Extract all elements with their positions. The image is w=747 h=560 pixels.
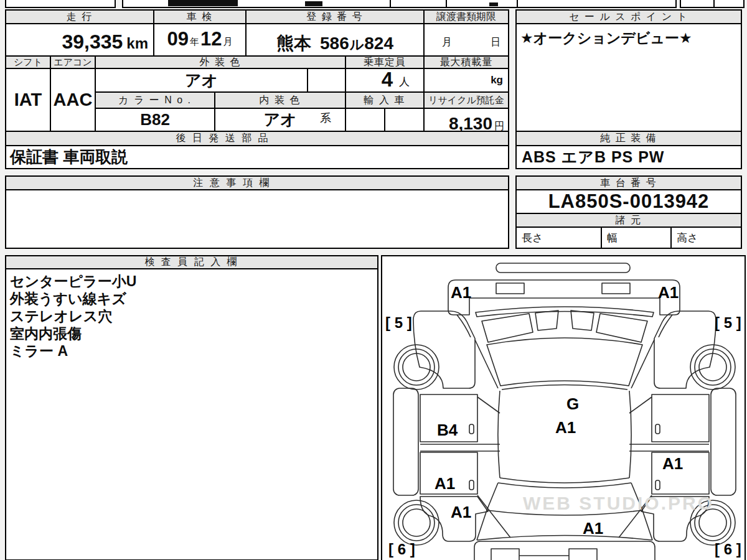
import-empty-cell-2 [384, 108, 425, 132]
cropped-text-fragment [168, 0, 238, 6]
equipment-value: ABS エアB PS PW [515, 145, 742, 169]
mileage-header: 走 行 [5, 9, 154, 24]
max-load-header: 最大積載量 [423, 55, 509, 69]
tire-rating-rear-left: [ 6 ] [388, 541, 415, 558]
watermark: WEB STUDIO.PRO [523, 493, 714, 514]
car-outline-drawing [382, 256, 747, 560]
capacity-unit: 人 [399, 75, 410, 89]
capacity-header: 乗車定員 [345, 55, 425, 69]
parts-header-text: 後 日 発 送 部 品 [176, 132, 270, 145]
cropped-text-fragment [489, 2, 498, 6]
damage-code-left-quarter: A1 [451, 504, 471, 520]
sales-point-header: セ ー ル ス ポ イ ン ト [515, 9, 742, 24]
shaken-year-unit: 年 [190, 36, 199, 50]
tire-rating-front-right: [ 5 ] [715, 315, 741, 331]
shift-text: IAT [14, 90, 42, 110]
registration-kana: ル [350, 35, 364, 54]
damage-code-left-rear-door: A1 [435, 475, 455, 492]
color-no-text: B82 [140, 110, 170, 129]
inspector-note: ステレオレス穴 [10, 307, 112, 325]
shift-header: シフト [5, 55, 51, 69]
max-load-value: kg [423, 68, 509, 93]
shaken-value: 09 年 12 月 [153, 23, 247, 57]
max-load-unit: kg [491, 74, 503, 86]
auction-sheet: 走 行 車 検 登 録 番 号 譲渡書類期限 セ ー ル ス ポ イ ン ト 3… [0, 0, 747, 560]
chassis-value: LA850S-0013942 [515, 189, 742, 214]
transfer-month-unit: 月 [442, 36, 452, 49]
registration-number: 586 [320, 34, 349, 54]
mileage-unit: km [126, 35, 148, 52]
color-no-header: カ ラ ー N o . [95, 91, 215, 109]
inspector-note: 外装うすい線キズ [10, 290, 126, 307]
cropped-row-cell [713, 0, 745, 8]
shaken-month-unit: 月 [223, 36, 232, 50]
length-cell: 長さ [515, 226, 602, 249]
transfer-day-unit: 日 [491, 36, 500, 49]
notes-header: 注 意 事 項 欄 [5, 175, 509, 190]
damage-code-roof: A1 [555, 419, 576, 436]
height-label: 高さ [677, 231, 698, 245]
damage-code-left-front-door: B4 [437, 422, 458, 438]
transfer-docs-header: 譲渡書類期限 [423, 9, 509, 24]
damage-code-front-bumper-right: A1 [658, 284, 679, 301]
width-cell: 幅 [601, 226, 672, 249]
inspector-box: センターピラー小U 外装うすい線キズ ステレオレス穴 室内内張傷 ミラー A [5, 268, 378, 560]
registration-header: 登 録 番 号 [245, 9, 425, 24]
damage-code-rear-panel: A1 [583, 520, 603, 536]
registration-value: 熊本 586 ル 824 [245, 23, 425, 57]
interior-color-text: アオ [263, 109, 296, 131]
inspector-note: 室内内張傷 [10, 325, 82, 342]
transfer-docs-value: 月 日 [423, 23, 509, 57]
parts-value: 保証書 車両取説 [5, 145, 509, 169]
width-label: 幅 [607, 231, 618, 245]
recycle-header: リサイクル預託金 [423, 91, 509, 109]
mileage-number: 39,335 [62, 30, 123, 54]
registration-region: 熊本 [276, 32, 311, 55]
cropped-row-cell [390, 0, 447, 8]
cropped-row-cell [517, 0, 677, 8]
interior-color-value: アオ 系 [214, 108, 346, 132]
shaken-header: 車 検 [153, 9, 247, 24]
mileage-value: 39,335 km [5, 23, 154, 57]
car-damage-diagram: WEB STUDIO.PRO A1 A1 [ 5 ] [ 5 ] G B4 A1… [381, 255, 746, 560]
sales-point-text: ★オークションデビュー★ [520, 29, 692, 48]
sales-point-value: ★オークションデビュー★ [515, 23, 742, 132]
import-header: 輸 入 車 [345, 91, 425, 109]
shift-value: IAT [5, 68, 51, 132]
aircon-header: エアコン [50, 55, 96, 69]
inspector-note: センターピラー小U [10, 273, 136, 290]
exterior-color-header: 外 装 色 [95, 55, 346, 69]
chassis-header: 車 台 番 号 [515, 175, 742, 190]
shaken-month: 12 [200, 28, 222, 50]
inspector-note: ミラー A [10, 342, 68, 360]
damage-code-front-bumper-left: A1 [451, 284, 471, 301]
equipment-text: ABS エアB PS PW [522, 147, 664, 167]
equipment-header: 純 正 装 備 [515, 131, 742, 146]
length-label: 長さ [522, 231, 543, 245]
inspector-header: 検 査 員 記 入 欄 [5, 255, 378, 269]
shaken-year: 09 [167, 28, 189, 50]
registration-serial: 824 [364, 34, 393, 54]
tire-rating-rear-right: [ 6 ] [715, 541, 741, 558]
chassis-number: LA850S-0013942 [548, 190, 710, 213]
notes-header-text: 注 意 事 項 欄 [194, 177, 271, 190]
interior-color-suffix: 系 [320, 111, 331, 126]
cropped-row-cell [122, 0, 391, 8]
exterior-color-empty-cell [307, 68, 346, 93]
capacity-value: 4 人 [345, 68, 425, 93]
cropped-row-cell [446, 0, 518, 8]
height-cell: 高さ [670, 226, 742, 249]
tire-rating-front-left: [ 5 ] [385, 315, 412, 331]
parts-text: 保証書 車両取説 [10, 146, 128, 168]
notes-box [5, 189, 509, 249]
color-no-value: B82 [95, 108, 215, 132]
capacity-number: 4 [382, 70, 393, 89]
parts-header: 後 日 発 送 部 品 [5, 131, 509, 146]
cropped-row-cell [680, 0, 715, 8]
interior-color-header: 内 装 色 [214, 91, 346, 109]
cropped-row-cell [5, 0, 116, 8]
aircon-value: AAC [50, 68, 96, 132]
damage-code-right-rear-door: A1 [662, 455, 683, 472]
cropped-text-fragment [305, 1, 322, 6]
exterior-color-text: アオ [185, 70, 218, 91]
